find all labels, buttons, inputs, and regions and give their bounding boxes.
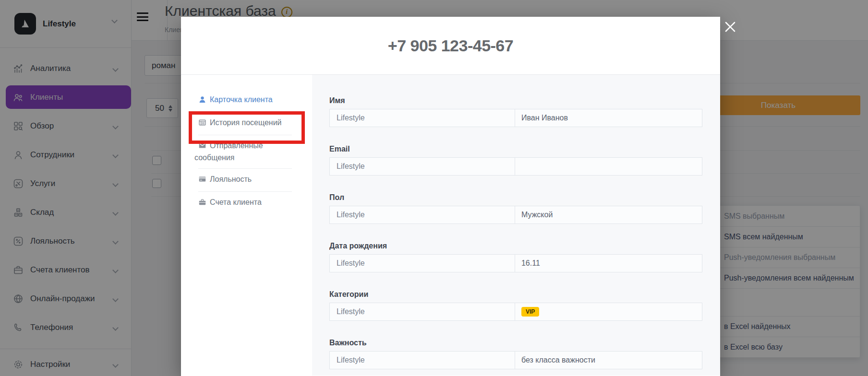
name-input[interactable]: Lifestyle [330,109,515,127]
importance-input[interactable]: Lifestyle [330,352,515,369]
email-input[interactable]: Lifestyle [330,158,515,175]
modal-tabs: Карточка клиента История посещений Отпра… [181,75,312,376]
client-modal: +7 905 123-45-67 Карточка клиента Истори… [181,17,720,376]
vip-badge: VIP [521,307,539,317]
client-card-icon [198,95,206,106]
field-group-importance: Важность Lifestyle без класса важности [329,338,702,369]
app-screen: Lifestyle Аналитика Клиенты Обзор Сотруд… [0,0,868,376]
gender-input[interactable]: Lifestyle [330,206,515,223]
name-value: Иван Иванов [515,109,702,127]
client-phone-title: +7 905 123-45-67 [388,36,513,55]
importance-value: без класса важности [515,352,702,369]
tab-client-card[interactable]: Карточка клиента [181,89,312,112]
field-label: Email [329,144,702,153]
tab-label: Карточка клиента [210,95,273,104]
modal-header: +7 905 123-45-67 [181,17,720,75]
tab-loyalty[interactable]: Лояльность [181,169,312,191]
close-icon[interactable] [723,19,738,35]
field-group-name: Имя Lifestyle Иван Иванов [329,96,702,127]
field-label: Важность [329,338,702,347]
tab-client-accounts[interactable]: Счета клиента [181,192,312,214]
field-group-gender: Пол Lifestyle Мужской [329,193,702,224]
birthdate-value: 16.11 [515,255,702,272]
field-row: Lifestyle Мужской [329,206,702,224]
field-row: Lifestyle Иван Иванов [329,109,702,127]
tab-sent-messages[interactable]: Отправленные сообщения [181,135,312,168]
field-row: Lifestyle [329,157,702,176]
client-accounts-icon [198,198,206,209]
field-label: Пол [329,193,702,202]
modal-body: Карточка клиента История посещений Отпра… [181,75,720,376]
birthdate-input[interactable]: Lifestyle [330,255,515,272]
field-label: Категории [329,290,702,299]
tab-label: История посещений [210,118,282,127]
field-row: Lifestyle без класса важности [329,351,702,369]
visit-history-icon [198,118,206,129]
field-row: Lifestyle VIP [329,303,702,321]
categories-value: VIP [515,303,702,320]
sent-messages-icon [198,141,206,153]
tab-label: Счета клиента [210,198,262,206]
email-value [515,158,702,175]
field-label: Имя [329,96,702,105]
categories-input[interactable]: Lifestyle [330,303,515,320]
loyalty-card-icon [198,175,206,186]
field-label: Дата рождения [329,241,702,250]
field-row: Lifestyle 16.11 [329,254,702,272]
tab-visit-history[interactable]: История посещений [181,112,312,135]
tab-label: Лояльность [210,175,252,183]
field-group-email: Email Lifestyle [329,144,702,176]
field-group-birthdate: Дата рождения Lifestyle 16.11 [329,241,702,272]
field-group-categories: Категории Lifestyle VIP [329,290,702,321]
client-card-form: Имя Lifestyle Иван Иванов Email Lifestyl… [312,75,720,376]
gender-value: Мужской [515,206,702,223]
